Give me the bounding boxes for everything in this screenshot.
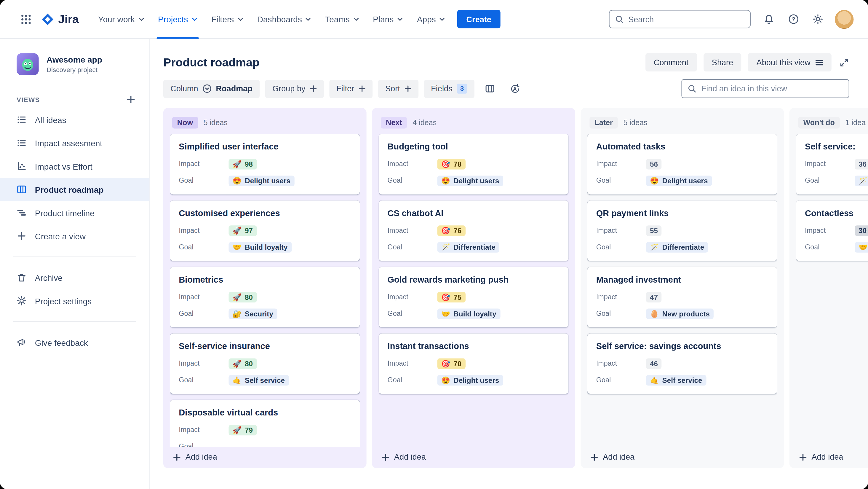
add-view-button[interactable]	[127, 95, 135, 104]
sort-button[interactable]: Sort	[378, 80, 418, 98]
column-idea-count: 5 ideas	[203, 119, 227, 127]
sidebar-item-all-ideas[interactable]: All ideas	[0, 108, 149, 131]
impact-value: 55	[650, 226, 658, 235]
group-by-button[interactable]: Group by	[265, 80, 323, 98]
sidebar-item-product-roadmap[interactable]: Product roadmap	[0, 178, 149, 201]
sidebar-item-project-settings[interactable]: Project settings	[0, 289, 149, 312]
board-column: Next 4 ideas Budgeting tool Impact 🎯 78 …	[372, 108, 575, 468]
notifications-button[interactable]	[758, 9, 779, 30]
column-idea-count: 5 ideas	[623, 119, 647, 127]
svg-text:A: A	[513, 86, 517, 92]
add-idea-button[interactable]: Add idea	[796, 447, 868, 461]
column-status-badge: Won't do	[798, 117, 840, 128]
impact-field-row: Impact 🚀 98	[179, 158, 351, 170]
view-toolbar: Column Roadmap Group by Filter Sort	[150, 74, 868, 105]
idea-title: QR payment links	[596, 208, 768, 218]
nav-teams[interactable]: Teams	[318, 0, 366, 38]
goal-value: Security	[245, 309, 273, 318]
impact-field-row: Impact 🎯 70	[388, 357, 560, 370]
idea-card[interactable]: Disposable virtual cards Impact 🚀 79 Goa…	[170, 400, 360, 447]
trash-icon	[17, 272, 27, 283]
idea-card[interactable]: Biometrics Impact 🚀 80 Goal 🔐 Security	[170, 267, 360, 327]
impact-field-row: Impact 56	[596, 158, 768, 170]
goal-badge: 🥚 New products	[646, 308, 714, 319]
idea-card[interactable]: Budgeting tool Impact 🎯 78 Goal 😍 Deligh…	[379, 134, 569, 195]
nav-filters[interactable]: Filters	[204, 0, 250, 38]
idea-card[interactable]: Gold rewards marketing push Impact 🎯 75 …	[379, 267, 569, 327]
sidebar-item-give-feedback[interactable]: Give feedback	[0, 330, 149, 354]
share-button[interactable]: Share	[704, 53, 741, 71]
screenshot-stage: Jira Your work Projects Filters Dashboar…	[0, 0, 868, 489]
sidebar-item-product-timeline[interactable]: Product timeline	[0, 201, 149, 224]
goal-value: Build loyalty	[245, 243, 287, 251]
nav-plans[interactable]: Plans	[366, 0, 410, 38]
fullscreen-button[interactable]	[839, 57, 849, 67]
scatter-chart-icon	[17, 161, 27, 171]
column-idea-count: 4 ideas	[412, 119, 436, 127]
nav-projects[interactable]: Projects	[151, 0, 204, 38]
impact-field-label: Impact	[388, 227, 437, 234]
nav-your-work[interactable]: Your work	[91, 0, 151, 38]
sidebar-item-impact-vs-effort[interactable]: Impact vs Effort	[0, 154, 149, 178]
idea-card[interactable]: Self-service insurance Impact 🚀 80 Goal …	[170, 334, 360, 394]
impact-field-label: Impact	[596, 359, 646, 367]
idea-card[interactable]: Instant transactions Impact 🎯 70 Goal 😍 …	[379, 334, 569, 394]
nav-dashboards[interactable]: Dashboards	[250, 0, 318, 38]
project-header[interactable]: Awesome app Discovery project	[0, 39, 149, 75]
filter-button[interactable]: Filter	[329, 80, 373, 98]
add-idea-button[interactable]: Add idea	[587, 447, 777, 461]
column-grouping-control[interactable]: Column Roadmap	[163, 80, 259, 98]
idea-card[interactable]: Simplified user interface Impact 🚀 98 Go…	[170, 134, 360, 195]
sidebar-item-create-a-view[interactable]: Create a view	[0, 225, 149, 248]
app-switcher-button[interactable]	[16, 9, 36, 30]
goal-badge: 😍 Delight users	[228, 175, 294, 185]
impact-field-label: Impact	[179, 426, 228, 434]
create-button[interactable]: Create	[458, 10, 500, 28]
impact-field-row: Impact 🎯 76	[388, 225, 560, 237]
fields-button[interactable]: Fields 3	[424, 80, 474, 98]
add-idea-button[interactable]: Add idea	[379, 447, 569, 461]
comment-button[interactable]: Comment	[646, 53, 697, 71]
goal-field-label: Goal	[179, 310, 228, 317]
settings-button[interactable]	[807, 9, 828, 30]
help-button[interactable]: ?	[783, 9, 804, 30]
global-search-input[interactable]	[628, 15, 744, 24]
goal-field-row: Goal	[179, 440, 351, 447]
auto-sort-button[interactable]: A	[505, 80, 525, 98]
idea-title: Customised experiences	[179, 208, 351, 218]
gear-icon	[812, 14, 823, 24]
jira-logo[interactable]: Jira	[41, 12, 79, 26]
about-this-view-button[interactable]: About this view	[748, 53, 832, 71]
goal-badge: 🤝 Build loyalty	[437, 308, 500, 319]
idea-card[interactable]: Contactless Impact 30 Goal 🤝	[796, 200, 868, 261]
idea-card[interactable]: Self service: savings accounts Impact 46…	[587, 334, 777, 394]
idea-title: Contactless	[805, 208, 868, 218]
jira-logo-icon	[41, 12, 54, 26]
idea-card[interactable]: Managed investment Impact 47 Goal 🥚 New …	[587, 267, 777, 327]
nav-apps[interactable]: Apps	[410, 0, 452, 38]
goal-emoji-icon: 🔐	[232, 309, 242, 318]
add-idea-button[interactable]: Add idea	[170, 447, 360, 461]
idea-card[interactable]: CS chatbot AI Impact 🎯 76 Goal 🪄 Differe…	[379, 200, 569, 261]
sidebar-item-archive[interactable]: Archive	[0, 266, 149, 289]
goal-badge: 🔐 Security	[228, 308, 277, 319]
search-icon	[615, 15, 624, 24]
idea-card[interactable]: Customised experiences Impact 🚀 97 Goal …	[170, 200, 360, 261]
user-avatar[interactable]	[835, 10, 854, 29]
insert-column-button[interactable]	[480, 80, 500, 98]
column-header: Later 5 ideas	[587, 114, 777, 128]
views-label: VIEWS	[17, 95, 40, 103]
idea-card[interactable]: Automated tasks Impact 56 Goal 😍 Delight…	[587, 134, 777, 195]
impact-emoji-icon: 🎯	[441, 226, 450, 235]
impact-badge: 🎯 78	[437, 159, 466, 169]
svg-text:?: ?	[792, 16, 795, 23]
goal-field-row: Goal 🤙 Self service	[596, 374, 768, 386]
impact-badge: 🎯 70	[437, 358, 466, 369]
idea-card[interactable]: QR payment links Impact 55 Goal 🪄 Differ…	[587, 200, 777, 261]
board-search-input[interactable]	[702, 84, 843, 93]
add-idea-label: Add idea	[186, 453, 217, 461]
idea-card[interactable]: Self service: Impact 36 Goal 🪄	[796, 134, 868, 195]
sidebar-item-impact-assesment[interactable]: Impact assesment	[0, 132, 149, 154]
goal-field-row: Goal 😍 Delight users	[179, 174, 351, 186]
goal-field-label: Goal	[179, 243, 228, 251]
